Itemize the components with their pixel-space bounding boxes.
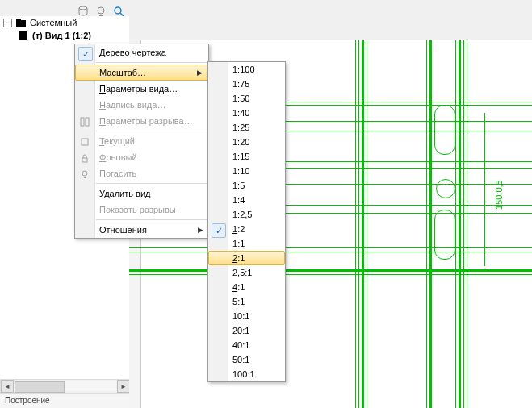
scroll-thumb[interactable] <box>15 381 65 393</box>
check-icon: ✓ <box>78 47 93 61</box>
menu-hide: Погасить <box>75 165 208 181</box>
svg-rect-19 <box>84 177 86 178</box>
scale-option[interactable]: 20:1 <box>208 323 285 338</box>
menu-relations[interactable]: Отношения ▶ <box>75 222 208 238</box>
tree-view-label: (т) Вид 1 (1:2) <box>32 31 91 40</box>
scroll-left-button[interactable]: ◄ <box>1 380 14 393</box>
svg-point-2 <box>115 7 121 14</box>
menu-view-caption: Надпись вида… <box>75 97 208 113</box>
submenu-arrow-icon: ▶ <box>197 69 203 77</box>
scale-option[interactable]: 2,5:1 <box>208 265 285 280</box>
menu-drawing-tree[interactable]: ✓ Дерево чертежа <box>75 44 208 60</box>
svg-rect-17 <box>82 158 87 162</box>
view-icon <box>18 30 29 41</box>
svg-rect-11 <box>16 20 26 27</box>
circle-shape <box>436 179 455 198</box>
scale-submenu: 1:1001:751:501:401:251:201:151:101:51:41… <box>207 61 286 382</box>
scale-option[interactable]: 1:75 <box>208 77 285 91</box>
scale-option[interactable]: ✓1:2 <box>208 222 285 236</box>
scale-option[interactable]: 10:1 <box>208 309 285 323</box>
menu-show-breaks: Показать разрывы <box>75 202 208 218</box>
tree-view-item[interactable]: (т) Вид 1 (1:2) <box>0 29 129 42</box>
scale-option[interactable]: 4:1 <box>208 280 285 294</box>
tree-root[interactable]: − Системный <box>0 16 129 29</box>
context-menu: ✓ Дерево чертежа Масштаб… ▶ Параметры ви… <box>74 44 209 239</box>
scale-option[interactable]: 1:20 <box>208 135 285 149</box>
submenu-arrow-icon: ▶ <box>198 226 203 234</box>
scale-option[interactable]: 1:10 <box>208 164 285 178</box>
tree-root-label: Системный <box>30 18 77 27</box>
scale-option[interactable]: 5:1 <box>208 294 285 309</box>
break-icon <box>79 116 90 127</box>
slot-shape <box>434 105 455 155</box>
scale-option[interactable]: 1:50 <box>208 91 285 106</box>
scale-option[interactable]: 40:1 <box>208 338 285 352</box>
menu-background: Фоновый <box>75 149 208 165</box>
svg-rect-15 <box>86 118 89 126</box>
current-icon <box>79 136 90 148</box>
slot-shape-2 <box>434 210 455 260</box>
scroll-right-button[interactable]: ► <box>117 380 130 393</box>
lock-icon <box>79 152 90 164</box>
svg-point-0 <box>79 6 87 10</box>
menu-current: Текущий <box>75 133 208 149</box>
menu-scale[interactable]: Масштаб… ▶ <box>75 65 208 81</box>
status-bar: Построение <box>0 393 129 408</box>
svg-rect-16 <box>82 139 88 145</box>
scale-option[interactable]: 1:40 <box>208 106 285 120</box>
svg-rect-12 <box>16 19 21 21</box>
bulb-off-icon <box>79 169 90 180</box>
scale-option[interactable]: 1:5 <box>208 178 285 193</box>
svg-point-18 <box>82 171 87 176</box>
scale-option[interactable]: 1:4 <box>208 193 285 207</box>
scale-option[interactable]: 2:1 <box>208 251 285 265</box>
svg-rect-14 <box>81 118 84 126</box>
collapse-icon[interactable]: − <box>3 19 12 27</box>
scale-option[interactable]: 1:15 <box>208 149 285 164</box>
scale-option[interactable]: 1:2,5 <box>208 207 285 222</box>
svg-point-1 <box>98 7 104 14</box>
scale-option[interactable]: 1:25 <box>208 120 285 135</box>
scale-option[interactable]: 100:1 <box>208 367 285 381</box>
menu-break-params: Параметры разрыва… <box>75 113 208 129</box>
scale-option[interactable]: 50:1 <box>208 352 285 367</box>
system-icon <box>15 17 27 28</box>
scale-option[interactable]: 1:1 <box>208 236 285 251</box>
scroll-track[interactable] <box>15 381 116 391</box>
menu-view-params[interactable]: Параметры вида… <box>75 81 208 97</box>
dimension-label: 150:0,5 <box>494 180 504 210</box>
scale-option[interactable]: 1:100 <box>208 62 285 77</box>
svg-rect-13 <box>19 31 27 40</box>
tree-scrollbar[interactable]: ◄ ► <box>0 379 131 393</box>
status-text: Построение <box>5 396 50 405</box>
menu-delete-view[interactable]: Удалить вид <box>75 185 208 202</box>
